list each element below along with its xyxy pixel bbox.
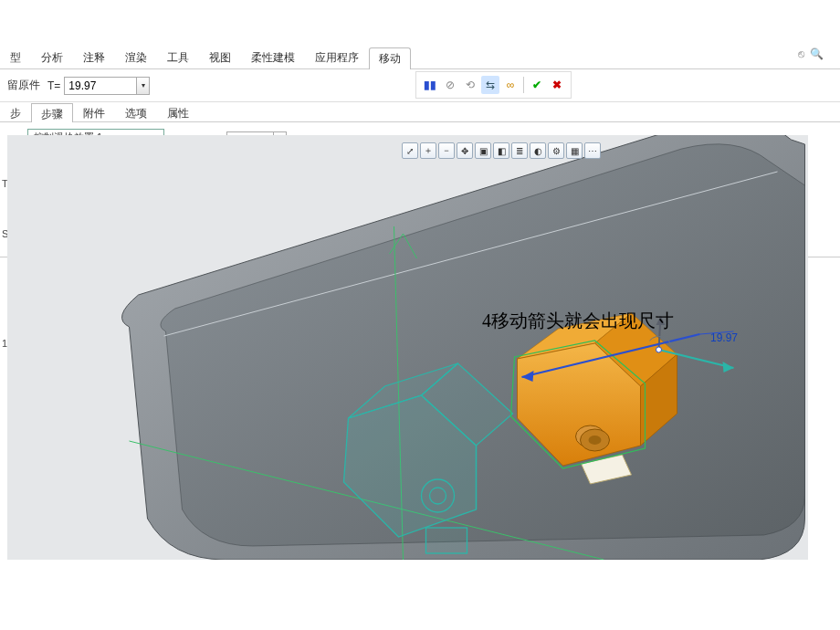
annotation-text: 4移动箭头就会出现尺寸 — [482, 309, 674, 333]
zoom-in-button[interactable]: ＋ — [420, 142, 436, 159]
pause-button[interactable]: ▮▮ — [421, 76, 439, 94]
ribbon-tabs: 型 分析 注释 渲染 工具 视图 柔性建模 应用程序 移动 — [0, 47, 840, 69]
panel-tab-props[interactable]: 属性 — [157, 102, 199, 121]
panel-tab-attach[interactable]: 附件 — [73, 102, 115, 121]
ribbon-tab-view[interactable]: 视图 — [199, 47, 241, 68]
ribbon-tab-render[interactable]: 渲染 — [115, 47, 157, 68]
svg-point-10 — [589, 436, 602, 445]
share-icon[interactable]: ⎋ — [798, 47, 804, 60]
search-icon[interactable]: 🔍 — [810, 47, 824, 60]
separator — [523, 77, 524, 93]
viewport-3d[interactable]: ⤢ ＋ － ✥ ▣ ◧ ≣ ◐ ⚙ ▦ ⋯ 4移动箭头就会出现尺寸 19.97 — [7, 135, 808, 560]
action-cluster: ▮▮ ⊘ ⟲ ⇆ ∞ ✔ ✖ — [415, 71, 572, 99]
accept-button[interactable]: ✔ — [528, 76, 546, 94]
topright-controls: ⎋ 🔍 — [798, 47, 824, 60]
t-value-input[interactable] — [64, 77, 137, 95]
glasses-button[interactable]: ∞ — [501, 76, 520, 94]
ribbon-tab-move[interactable]: 移动 — [369, 47, 411, 69]
no-entry-button[interactable]: ⊘ — [441, 76, 459, 94]
appearance-button[interactable]: ◐ — [530, 142, 546, 159]
reverse-button[interactable]: ⟲ — [461, 76, 479, 94]
panel-tab-steps[interactable]: 步骤 — [31, 103, 73, 122]
panel-tab-options[interactable]: 选项 — [115, 102, 157, 121]
filter-3-button[interactable]: ⋯ — [584, 142, 601, 159]
dimension-value: 19.97 — [710, 331, 738, 344]
section-button[interactable]: ▣ — [475, 142, 491, 159]
scene-svg — [7, 135, 808, 560]
svg-rect-7 — [426, 528, 467, 553]
panel-tabs: 步 步骤 附件 选项 属性 — [0, 102, 840, 122]
swap-button[interactable]: ⇆ — [481, 76, 499, 94]
ribbon-tab-apps[interactable]: 应用程序 — [305, 47, 369, 68]
keep-original-label: 留原件 — [7, 78, 40, 93]
ribbon-tab-analyze[interactable]: 分析 — [31, 47, 73, 68]
filter-1-button[interactable]: ⚙ — [548, 142, 564, 159]
t-equals-label: T= — [47, 79, 60, 92]
zoom-out-button[interactable]: － — [438, 142, 455, 159]
move-toolbar: 留原件 T= ▾ ▮▮ ⊘ ⟲ ⇆ ∞ ✔ ✖ — [0, 69, 840, 102]
ribbon-tab-tools[interactable]: 工具 — [157, 47, 199, 68]
panel-tab-step-partial[interactable]: 步 — [0, 102, 31, 121]
zoom-fit-button[interactable]: ⤢ — [402, 142, 418, 159]
view-toolbar: ⤢ ＋ － ✥ ▣ ◧ ≣ ◐ ⚙ ▦ ⋯ — [400, 141, 603, 161]
named-view-button[interactable]: ◧ — [493, 142, 509, 159]
layers-button[interactable]: ≣ — [511, 142, 528, 159]
pan-button[interactable]: ✥ — [457, 142, 473, 159]
t-value-dropdown[interactable]: ▾ — [137, 77, 150, 95]
filter-2-button[interactable]: ▦ — [566, 142, 583, 159]
svg-point-18 — [656, 347, 662, 352]
ribbon-tab-partial[interactable]: 型 — [0, 47, 31, 68]
ribbon-tab-flex[interactable]: 柔性建模 — [241, 47, 305, 68]
ribbon-tab-annotate[interactable]: 注释 — [73, 47, 115, 68]
cancel-button[interactable]: ✖ — [548, 76, 566, 94]
